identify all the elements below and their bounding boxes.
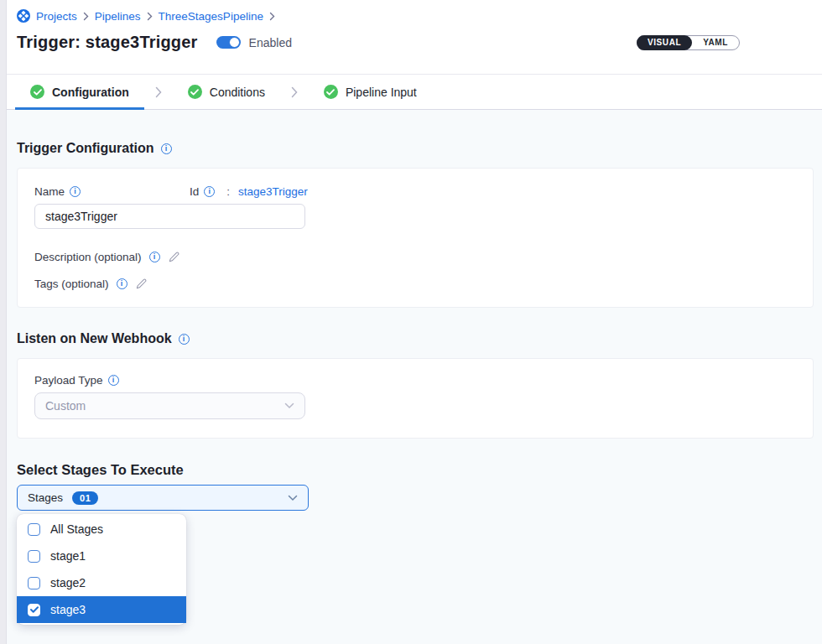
chevron-right-icon [83,12,89,21]
checkbox-unchecked-icon[interactable] [28,550,40,563]
window-left-gutter [0,0,7,644]
check-circle-icon [324,85,338,99]
configuration-panel: Trigger Configuration Name Id : stage3Tr… [7,141,822,625]
name-input[interactable] [34,204,305,229]
tab-conditions[interactable]: Conditions [173,75,280,109]
tab-label: Configuration [52,86,129,99]
stage-option-stage2[interactable]: stage2 [17,569,186,596]
checkbox-checked-icon[interactable] [28,604,40,616]
info-icon[interactable] [161,143,172,154]
enabled-label: Enabled [249,36,292,49]
id-separator: : [226,185,230,198]
payload-type-label-wrap: Payload Type [34,374,796,387]
edit-pencil-icon[interactable] [135,278,148,290]
stage-option-label: All Stages [50,522,103,536]
payload-type-select: Custom [34,392,305,419]
tab-label: Pipeline Input [346,86,417,99]
info-icon[interactable] [149,252,160,262]
chevron-down-icon [288,495,298,501]
stages-multiselect[interactable]: Stages 01 [17,485,309,511]
toggle-knob-icon [229,37,240,48]
page-header: Projects Pipelines ThreeStagesPipeline T… [7,0,822,75]
breadcrumb-pipelines[interactable]: Pipelines [95,10,141,23]
selected-count-badge: 01 [72,491,98,505]
name-field-label-wrap: Name [34,185,190,198]
chevron-right-icon [269,12,275,21]
stage-option-stage3[interactable]: stage3 [17,596,186,623]
info-icon[interactable] [204,186,215,197]
breadcrumb: Projects Pipelines ThreeStagesPipeline [17,9,805,23]
webhook-heading: Listen on New Webhook [17,331,814,346]
stages-dropdown-menu: All Stages stage1 stage2 stage3 [17,514,186,625]
select-stages-heading: Select Stages To Execute [17,462,814,478]
heading-text: Select Stages To Execute [17,462,184,478]
trigger-configuration-heading: Trigger Configuration [17,141,814,156]
heading-text: Listen on New Webhook [17,331,172,346]
webhook-card: Payload Type Custom [17,358,814,439]
payload-type-label: Payload Type [34,374,103,387]
check-circle-icon [188,85,202,99]
info-icon[interactable] [108,375,119,386]
edit-pencil-icon[interactable] [168,251,180,263]
info-icon[interactable] [179,334,190,345]
check-circle-icon [30,85,44,99]
info-icon[interactable] [70,186,81,197]
stage-option-label: stage2 [50,576,86,589]
visual-mode-button[interactable]: VISUAL [637,35,692,50]
breadcrumb-projects[interactable]: Projects [36,10,77,23]
breadcrumb-pipeline-name[interactable]: ThreeStagesPipeline [159,10,263,23]
description-row: Description (optional) [34,251,796,263]
enabled-toggle[interactable] [216,36,241,49]
trigger-configuration-card: Name Id : stage3Trigger Description (opt… [17,168,814,308]
id-field-wrap: Id : stage3Trigger [190,185,308,198]
chevron-right-icon [291,86,298,98]
stage-option-label: stage3 [50,603,86,616]
chevron-right-icon [147,12,153,21]
name-label: Name [34,185,65,198]
heading-text: Trigger Configuration [17,141,154,156]
stage-option-label: stage1 [50,549,86,563]
trigger-id-value[interactable]: stage3Trigger [238,185,308,198]
checkbox-unchecked-icon[interactable] [28,577,40,589]
title-row: Trigger: stage3Trigger Enabled VISUAL YA… [17,33,805,52]
tab-label: Conditions [210,86,265,99]
page-title: Trigger: stage3Trigger [17,33,198,52]
trigger-page: Projects Pipelines ThreeStagesPipeline T… [7,0,822,625]
description-label: Description (optional) [34,251,142,263]
visual-yaml-toggle: VISUAL YAML [637,35,740,50]
id-label: Id [190,185,199,198]
tab-pipeline-input[interactable]: Pipeline Input [309,75,432,109]
tags-label: Tags (optional) [34,278,109,290]
stages-select-label: Stages [28,491,63,504]
info-icon[interactable] [117,278,127,289]
chevron-down-icon [284,402,294,409]
checkbox-unchecked-icon[interactable] [28,523,40,536]
projects-icon [17,9,30,23]
tags-row: Tags (optional) [34,278,796,290]
wizard-tab-bar: Configuration Conditions Pipeline Input [7,75,822,110]
yaml-mode-button[interactable]: YAML [692,35,739,50]
tab-configuration[interactable]: Configuration [15,75,144,109]
chevron-right-icon [155,86,162,98]
stage-option-stage1[interactable]: stage1 [17,543,186,569]
payload-type-value: Custom [45,399,86,413]
stage-option-all-stages[interactable]: All Stages [17,516,186,543]
